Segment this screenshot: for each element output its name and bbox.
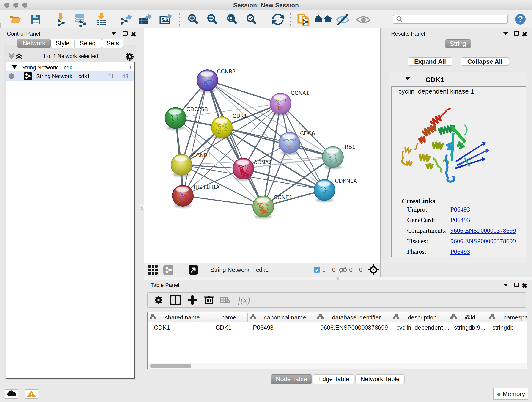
svg-text:CCNA1: CCNA1 bbox=[291, 90, 309, 96]
svg-text:namespac: namespac bbox=[503, 314, 527, 321]
svg-text:CDK1: CDK1 bbox=[233, 113, 247, 119]
svg-text:CDKN1A: CDKN1A bbox=[335, 178, 357, 184]
svg-text:CCNB2: CCNB2 bbox=[217, 69, 235, 75]
svg-text:1 – 0: 1 – 0 bbox=[322, 266, 336, 273]
svg-text:RB1: RB1 bbox=[345, 144, 355, 150]
svg-text:CDC6: CDC6 bbox=[300, 130, 315, 136]
svg-text:database identifier: database identifier bbox=[332, 314, 381, 321]
svg-text:f(x): f(x) bbox=[238, 295, 250, 305]
svg-text:0 – 0: 0 – 0 bbox=[349, 266, 362, 273]
svg-text:description: description bbox=[408, 314, 437, 321]
svg-text:?: ? bbox=[518, 14, 523, 24]
svg-text:shared name: shared name bbox=[165, 314, 200, 321]
svg-text:name: name bbox=[221, 314, 236, 321]
svg-text:CCNB1: CCNB1 bbox=[192, 153, 210, 158]
svg-text:CCNE1: CCNE1 bbox=[274, 194, 292, 200]
svg-text:String Network – cdk1: String Network – cdk1 bbox=[210, 266, 268, 273]
svg-text:@id: @id bbox=[465, 314, 475, 321]
svg-text:HIST1H1A: HIST1H1A bbox=[194, 184, 220, 190]
svg-text:canonical name: canonical name bbox=[264, 314, 306, 321]
svg-text:CCNA2: CCNA2 bbox=[253, 160, 272, 166]
svg-text:CDC25B: CDC25B bbox=[186, 106, 208, 112]
